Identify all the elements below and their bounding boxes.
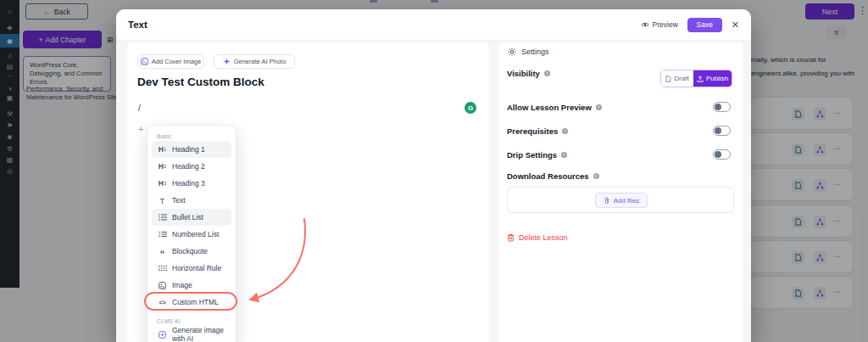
eye-icon	[641, 21, 649, 28]
generate-ai-photo-button[interactable]: Generate AI Photo	[214, 54, 295, 69]
settings-panel: Settings Visibilityi Draft Publish Allow…	[498, 42, 743, 342]
add-files-button[interactable]: Add files	[595, 193, 648, 208]
add-block-plus-icon[interactable]: +	[138, 124, 143, 134]
download-resources-label: Download Resourcesi	[507, 171, 599, 181]
menu-item-heading-1[interactable]: H1 Heading 1	[152, 141, 231, 158]
slash-command-cursor[interactable]: /	[138, 104, 141, 113]
menu-item-numbered-list[interactable]: Numbered List	[152, 226, 231, 243]
menu-item-blockquote[interactable]: “ Blockquote	[152, 243, 231, 260]
annotation-highlight-box	[144, 292, 237, 311]
save-button[interactable]: Save	[687, 18, 722, 32]
info-icon[interactable]: i	[544, 70, 550, 76]
lesson-title[interactable]: Dev Test Custom Block	[137, 76, 264, 88]
heading1-icon: H1	[157, 145, 168, 154]
horizontal-rule-icon	[157, 265, 168, 272]
menu-section-clms-ai: CLMS AI	[152, 316, 231, 326]
info-icon[interactable]: i	[561, 152, 567, 158]
heading3-icon: H3	[157, 179, 168, 188]
numbered-list-icon	[157, 231, 168, 238]
menu-section-basic: Basic	[152, 131, 231, 141]
menu-item-heading-3[interactable]: H3 Heading 3	[152, 175, 231, 192]
image-icon	[157, 282, 168, 289]
menu-item-text[interactable]: T Text	[152, 192, 231, 209]
trash-icon	[507, 233, 515, 242]
add-cover-image-button[interactable]: Add Cover Image	[137, 54, 204, 69]
visibility-segmented-control: Draft Publish	[660, 70, 732, 87]
upload-icon	[697, 76, 704, 82]
info-icon[interactable]: i	[596, 104, 602, 110]
menu-item-image[interactable]: Image	[152, 277, 231, 294]
menu-item-horizontal-rule[interactable]: Horizontal Rule	[152, 260, 231, 277]
allow-lesson-preview-toggle[interactable]	[713, 102, 731, 112]
preview-button[interactable]: Preview	[641, 20, 678, 29]
prerequisites-label: Prerequisitesi	[507, 126, 568, 136]
paperclip-icon	[604, 197, 610, 205]
delete-lesson-button[interactable]: Delete Lesson	[507, 233, 568, 242]
sparkle-icon	[223, 58, 231, 65]
menu-item-bullet-list[interactable]: Bullet List	[152, 209, 231, 226]
publish-button[interactable]: Publish	[693, 70, 732, 87]
info-icon[interactable]: i	[593, 173, 599, 179]
allow-lesson-preview-label: Allow Lesson Previewi	[507, 103, 602, 112]
visibility-label: Visibilityi	[507, 69, 550, 78]
prerequisites-toggle[interactable]	[713, 126, 731, 136]
bullet-list-icon	[157, 214, 168, 221]
drip-settings-toggle[interactable]	[713, 149, 731, 160]
modal-title: Text	[128, 20, 147, 30]
screen: ⌂ ✚ ◉ ♫ ▤ “ ◑ ▣ ⚒ ⚑ ☻ ⚙ ▦ ◎ ← Back + Add…	[0, 0, 868, 342]
menu-item-generate-image-ai[interactable]: Generate image with AI	[152, 326, 231, 342]
drip-settings-label: Drip Settingsi	[507, 150, 567, 160]
text-icon: T	[157, 196, 168, 205]
info-icon[interactable]: i	[562, 128, 568, 134]
settings-header: Settings	[508, 48, 549, 56]
gear-icon	[508, 48, 516, 56]
blockquote-icon: “	[157, 247, 168, 256]
image-plus-icon	[141, 58, 148, 65]
draft-button[interactable]: Draft	[661, 70, 693, 87]
modal-header: Text Preview Save ✕	[116, 9, 751, 41]
download-resources-dropzone: Add files	[507, 187, 734, 213]
menu-item-heading-2[interactable]: H2 Heading 2	[152, 158, 231, 175]
ai-image-icon	[157, 331, 168, 339]
annotation-arrow	[237, 212, 318, 310]
heading2-icon: H2	[157, 162, 168, 171]
grammarly-icon[interactable]: G	[465, 102, 476, 114]
close-icon[interactable]: ✕	[732, 20, 739, 31]
draft-doc-icon	[665, 76, 671, 82]
